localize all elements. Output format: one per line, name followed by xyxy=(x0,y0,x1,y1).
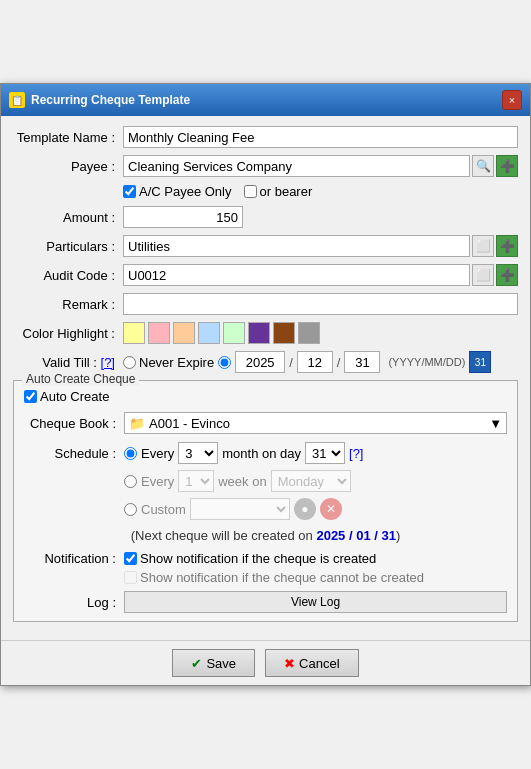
payee-label: Payee : xyxy=(13,159,123,174)
valid-day-input[interactable] xyxy=(344,351,380,373)
audit-code-label: Audit Code : xyxy=(13,268,123,283)
custom-btn-2[interactable]: ✕ xyxy=(320,498,342,520)
date-sep-1: / xyxy=(289,355,293,370)
amount-input[interactable] xyxy=(123,206,243,228)
schedule-monthly-controls: Every 3 123456789101112 month on day 31 … xyxy=(124,442,363,464)
save-button[interactable]: ✔ Save xyxy=(172,649,255,677)
color-swatch-yellow[interactable] xyxy=(123,322,145,344)
weekly-radio[interactable] xyxy=(124,475,137,488)
notif-created-text: Show notification if the cheque is creat… xyxy=(140,551,376,566)
auto-create-label: Auto Create xyxy=(40,389,109,404)
notif-created-label[interactable]: Show notification if the cheque is creat… xyxy=(124,551,424,566)
weekly-radio-label[interactable] xyxy=(124,475,137,488)
or-bearer-checkbox-label[interactable]: or bearer xyxy=(244,184,313,199)
auto-create-checkbox-label[interactable]: Auto Create xyxy=(24,389,109,404)
or-bearer-label: or bearer xyxy=(260,184,313,199)
log-row: Log : View Log xyxy=(24,591,507,613)
payee-input[interactable] xyxy=(123,155,470,177)
title-bar-left: 📋 Recurring Cheque Template xyxy=(9,92,190,108)
remark-input[interactable] xyxy=(123,293,518,315)
view-log-button[interactable]: View Log xyxy=(124,591,507,613)
day-select[interactable]: 31 1234567891011121314151617181920212223… xyxy=(305,442,345,464)
notif-cannot-label: Show notification if the cheque cannot b… xyxy=(124,570,424,585)
footer: ✔ Save ✖ Cancel xyxy=(1,640,530,685)
color-swatch-light-green[interactable] xyxy=(223,322,245,344)
valid-till-controls: Never Expire / / (YYYY/MM/DD) 31 xyxy=(123,351,491,373)
calendar-button[interactable]: 31 xyxy=(469,351,491,373)
cheque-book-value: A001 - Evinco xyxy=(149,416,230,431)
audit-code-input[interactable] xyxy=(123,264,470,286)
cheque-book-dropdown-icon: ▼ xyxy=(489,416,502,431)
auto-create-checkbox[interactable] xyxy=(24,390,37,403)
save-label: Save xyxy=(206,656,236,671)
log-label: Log : xyxy=(24,595,124,610)
window-icon: 📋 xyxy=(9,92,25,108)
notif-created-checkbox[interactable] xyxy=(124,552,137,565)
particulars-row: Particulars : ⬜ ➕ xyxy=(13,235,518,257)
auto-create-group: Auto Create Cheque Auto Create Cheque Bo… xyxy=(13,380,518,622)
amount-label: Amount : xyxy=(13,210,123,225)
monthly-radio[interactable] xyxy=(124,447,137,460)
monthly-radio-label[interactable] xyxy=(124,447,137,460)
ac-payee-checkbox-label[interactable]: A/C Payee Only xyxy=(123,184,232,199)
ac-payee-checkbox[interactable] xyxy=(123,185,136,198)
payee-controls: 🔍 ➕ xyxy=(123,155,518,177)
date-radio[interactable] xyxy=(218,356,231,369)
valid-year-input[interactable] xyxy=(235,351,285,373)
auto-create-checkbox-row: Auto Create xyxy=(24,389,507,404)
color-highlight-row: Color Highlight : xyxy=(13,322,518,344)
color-swatch-orange[interactable] xyxy=(173,322,195,344)
cheque-book-folder-icon: 📁 xyxy=(129,416,145,431)
never-expire-label: Never Expire xyxy=(139,355,214,370)
custom-radio-label[interactable] xyxy=(124,503,137,516)
never-expire-radio-label[interactable]: Never Expire xyxy=(123,355,214,370)
valid-till-label: Valid Till : [?] xyxy=(13,355,123,370)
color-swatch-pink[interactable] xyxy=(148,322,170,344)
cheque-book-row: Cheque Book : 📁 A001 - Evinco ▼ xyxy=(24,412,507,434)
or-bearer-checkbox[interactable] xyxy=(244,185,257,198)
date-sep-2: / xyxy=(337,355,341,370)
cancel-icon: ✖ xyxy=(284,656,295,671)
template-name-input[interactable] xyxy=(123,126,518,148)
cheque-book-label: Cheque Book : xyxy=(24,416,124,431)
auto-create-group-title: Auto Create Cheque xyxy=(22,372,139,386)
color-swatch-light-blue[interactable] xyxy=(198,322,220,344)
color-swatch-brown[interactable] xyxy=(273,322,295,344)
valid-till-hint[interactable]: [?] xyxy=(101,355,115,370)
next-cheque-text-after: ) xyxy=(396,528,400,543)
audit-code-more-button[interactable]: ⬜ xyxy=(472,264,494,286)
template-name-label: Template Name : xyxy=(13,130,123,145)
date-radio-label[interactable] xyxy=(218,356,231,369)
color-swatch-gray[interactable] xyxy=(298,322,320,344)
weekday-select[interactable]: MondayTuesdayWednesdayThursdayFridaySatu… xyxy=(271,470,351,492)
schedule-weekly-row: Every 1 1234 week on MondayTuesdayWednes… xyxy=(124,470,507,492)
window-close-button[interactable]: × xyxy=(502,90,522,110)
valid-till-row: Valid Till : [?] Never Expire / / (YYYY/… xyxy=(13,351,518,373)
cheque-book-select[interactable]: 📁 A001 - Evinco ▼ xyxy=(124,412,507,434)
cancel-button[interactable]: ✖ Cancel xyxy=(265,649,358,677)
payee-add-button[interactable]: ➕ xyxy=(496,155,518,177)
ac-payee-label: A/C Payee Only xyxy=(139,184,232,199)
custom-btn-1[interactable]: ● xyxy=(294,498,316,520)
particulars-controls: ⬜ ➕ xyxy=(123,235,518,257)
custom-radio[interactable] xyxy=(124,503,137,516)
schedule-hint[interactable]: [?] xyxy=(349,446,363,461)
month-on-day-label: month on day xyxy=(222,446,301,461)
particulars-input[interactable] xyxy=(123,235,470,257)
particulars-more-button[interactable]: ⬜ xyxy=(472,235,494,257)
valid-month-input[interactable] xyxy=(297,351,333,373)
custom-label: Custom xyxy=(141,502,186,517)
particulars-add-button[interactable]: ➕ xyxy=(496,235,518,257)
schedule-label: Schedule : xyxy=(24,446,124,461)
never-expire-radio[interactable] xyxy=(123,356,136,369)
payee-search-button[interactable]: 🔍 xyxy=(472,155,494,177)
color-swatches xyxy=(123,322,320,344)
custom-select[interactable] xyxy=(190,498,290,520)
audit-code-add-button[interactable]: ➕ xyxy=(496,264,518,286)
next-cheque-text-before: (Next cheque will be created on xyxy=(131,528,317,543)
template-name-row: Template Name : xyxy=(13,126,518,148)
cheque-book-control: 📁 A001 - Evinco ▼ xyxy=(124,412,507,434)
color-swatch-purple[interactable] xyxy=(248,322,270,344)
monthly-every-select[interactable]: 3 123456789101112 xyxy=(178,442,218,464)
weekly-every-select[interactable]: 1 1234 xyxy=(178,470,214,492)
